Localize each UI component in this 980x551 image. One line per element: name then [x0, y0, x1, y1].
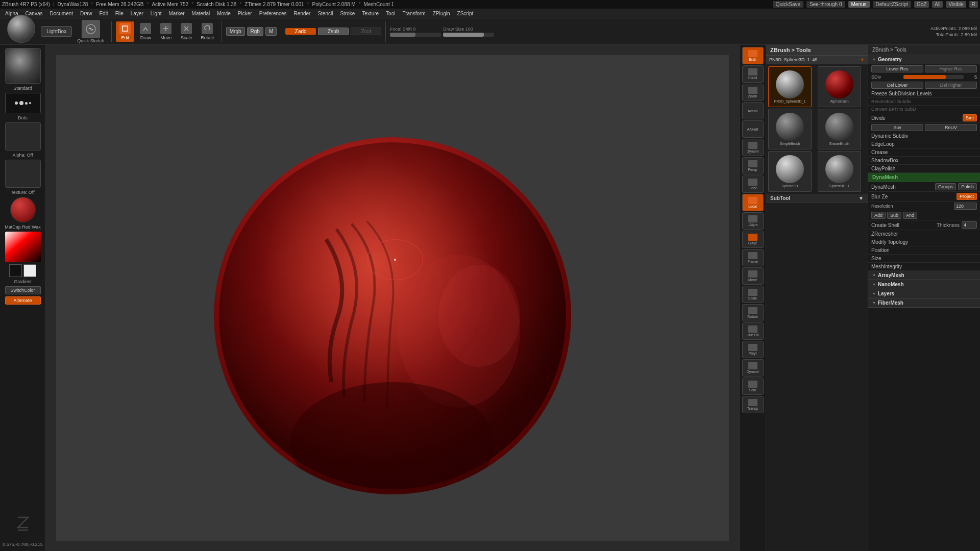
and-btn[interactable]: And	[903, 212, 917, 219]
lightbox-btn[interactable]: LightBox	[41, 26, 72, 37]
nanomesh-title[interactable]: NanoMesh	[868, 280, 980, 289]
canvas-area[interactable]	[46, 45, 739, 551]
quick-sketch-btn[interactable]: Quick Sketch	[74, 18, 107, 45]
tool-menu-btn[interactable]: ▼	[860, 57, 865, 62]
meshintegrity-label[interactable]: MeshIntegrity	[871, 264, 977, 269]
dynamesh-label[interactable]: DynaMesh	[871, 184, 933, 190]
menu-edit[interactable]: Edit	[96, 11, 111, 16]
alternate-btn[interactable]: Alternate	[5, 296, 41, 305]
brush-alphabrush[interactable]: AlphaBrush	[818, 66, 861, 107]
menu-light[interactable]: Light	[148, 11, 165, 16]
gov-btn[interactable]: GoZ	[914, 1, 929, 8]
modify-topology-label[interactable]: Modify Topology	[871, 239, 977, 245]
strip-persp-btn[interactable]: Persp	[742, 157, 764, 174]
shadowbox-label[interactable]: ShadowBox	[871, 158, 977, 163]
strip-solo-btn[interactable]: Solo	[742, 378, 764, 395]
sdiv-track[interactable]	[903, 75, 964, 79]
menu-material[interactable]: Material	[189, 11, 213, 16]
edit-btn[interactable]: Edit	[116, 21, 134, 42]
del-higher-btn[interactable]: Del Higher	[925, 82, 977, 89]
strip-floor-btn[interactable]: Floor	[742, 176, 764, 193]
menu-marker[interactable]: Marker	[165, 11, 187, 16]
brush-pn3d[interactable]: PN3D_Sphere3D_1	[768, 66, 812, 107]
strip-dynami2-btn[interactable]: Dynami	[742, 359, 764, 377]
crease-label[interactable]: Crease	[871, 149, 977, 155]
strip-scroll-btn[interactable]: Scroll	[742, 65, 764, 83]
menu-zscript[interactable]: ZScript	[454, 11, 477, 16]
sub-btn[interactable]: Sub	[887, 212, 901, 219]
strip-local-btn[interactable]: Local	[742, 194, 764, 211]
menu-render[interactable]: Render	[291, 11, 314, 16]
strip-actual-btn[interactable]: Actual	[742, 102, 764, 119]
lower-res-btn[interactable]: Lower Res	[871, 65, 923, 72]
quick-save-btn[interactable]: QuickSave	[773, 1, 803, 8]
stroke-preview[interactable]	[5, 93, 41, 113]
strip-zoom-btn[interactable]: Zoom	[742, 84, 764, 101]
strip-linefill-btn[interactable]: Line Fill	[742, 322, 764, 340]
resolution-input[interactable]	[954, 203, 977, 210]
create-shell-label[interactable]: Create Shell	[871, 222, 935, 228]
edgeloop-label[interactable]: EdgeLoop	[871, 141, 977, 147]
menu-file[interactable]: File	[112, 11, 127, 16]
strip-brsh-btn[interactable]: Brsh	[742, 47, 764, 64]
all-btn[interactable]: All	[932, 1, 943, 8]
menus-btn[interactable]: Menus	[848, 1, 870, 8]
strip-frame-btn[interactable]: Frame	[742, 249, 764, 266]
claypolish-label[interactable]: ClayPolish	[871, 166, 977, 171]
menu-stencil[interactable]: Stencil	[314, 11, 336, 16]
strip-scale-btn[interactable]: Scale	[742, 286, 764, 303]
add-btn[interactable]: Add	[871, 212, 886, 219]
strip-latym-btn[interactable]: LAtym	[742, 212, 764, 230]
strip-aahalf-btn[interactable]: AAHalf	[742, 120, 764, 138]
rotate-btn[interactable]: Rotate	[198, 21, 217, 42]
scale-btn[interactable]: Scale	[177, 21, 195, 42]
menu-picker[interactable]: Picker	[235, 11, 255, 16]
brush-simplebrush[interactable]: SimpleBrush	[768, 109, 812, 149]
see-through-btn[interactable]: See-through 0	[806, 1, 845, 8]
menu-texture[interactable]: Texture	[359, 11, 382, 16]
brush-sphere3d1[interactable]: Sphere3D_1	[818, 151, 861, 192]
reuv-btn[interactable]: ReUV	[925, 124, 977, 131]
brush-eraserbrush[interactable]: EraserBrush	[818, 109, 861, 149]
menu-draw[interactable]: Draw	[77, 11, 95, 16]
higher-res-btn[interactable]: Higher Res	[925, 65, 977, 72]
brush-preview[interactable]	[5, 48, 41, 84]
rgb-btn[interactable]: Rgb	[247, 27, 263, 36]
visible-btn[interactable]: Visible	[946, 1, 966, 8]
draw-btn[interactable]: Draw	[136, 21, 155, 42]
geometry-section-title[interactable]: Geometry	[868, 55, 980, 64]
menu-transform[interactable]: Transform	[399, 11, 428, 16]
strip-dynami-btn[interactable]: Dynami	[742, 139, 764, 156]
menu-preferences[interactable]: Preferences	[256, 11, 290, 16]
swatch-black[interactable]	[9, 264, 22, 277]
zadd-btn[interactable]: Zadd	[285, 28, 316, 35]
zremesher-label[interactable]: ZRemesher	[871, 231, 977, 237]
default-script-btn[interactable]: DefaultZScript	[873, 1, 911, 8]
del-lower-btn[interactable]: Del Lower	[871, 82, 923, 89]
strip-rotate-btn[interactable]: Rotate	[742, 304, 764, 321]
smt-btn[interactable]: Smt	[963, 114, 977, 121]
swatch-white[interactable]	[23, 264, 36, 277]
strip-gxyz-btn[interactable]: GXyz	[742, 231, 764, 248]
thickness-input[interactable]	[962, 221, 977, 229]
fibermesh-title[interactable]: FiberMesh	[868, 298, 980, 308]
strip-transp-btn[interactable]: Transp	[742, 396, 764, 413]
texture-preview[interactable]	[5, 160, 41, 188]
r-btn[interactable]: R	[969, 1, 978, 8]
suv-btn[interactable]: Suv	[871, 124, 923, 131]
menu-movie[interactable]: Movie	[214, 11, 234, 16]
dynamesh-section-title[interactable]: DynaMesh	[868, 173, 980, 182]
project-btn[interactable]: Project	[957, 193, 977, 200]
dynamic-subdiv-label[interactable]: Dynamic Subdiv	[871, 133, 977, 139]
color-picker[interactable]	[5, 232, 41, 262]
alpha-preview[interactable]	[5, 122, 41, 151]
subtool-title[interactable]: SubTool ▼	[766, 194, 868, 203]
switch-color-btn[interactable]: SwitchColor	[5, 286, 41, 294]
menu-tool[interactable]: Tool	[383, 11, 398, 16]
zcut-btn[interactable]: Zcut	[351, 28, 381, 35]
menu-layer[interactable]: Layer	[128, 11, 146, 16]
zsub-btn[interactable]: Zsub	[318, 28, 349, 35]
size-label[interactable]: Size	[871, 256, 977, 261]
m-btn[interactable]: M	[265, 27, 277, 36]
polish-btn[interactable]: Polish	[958, 183, 977, 190]
